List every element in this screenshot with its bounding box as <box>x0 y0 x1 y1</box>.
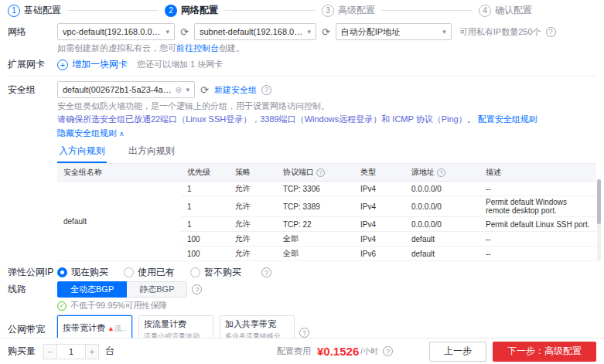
step-advanced-config[interactable]: 3 高级配置 <box>322 4 375 17</box>
configure-sg-rules-link[interactable]: 配置安全组规则 <box>478 114 537 124</box>
next-step-button[interactable]: 下一步：高级配置 <box>493 342 596 362</box>
network-note: 如需创建新的虚拟私有云，您可前往控制台创建。 <box>57 43 596 54</box>
cell-type: IPv4 <box>354 217 405 232</box>
security-group-select[interactable]: default(002672b1-5a23-4adb-a8ae-e3eb0630… <box>57 81 195 98</box>
cell-type: IPv4 <box>354 182 405 196</box>
plus-button[interactable]: + <box>85 344 99 359</box>
create-security-group-link[interactable]: 新建安全组 <box>214 84 257 96</box>
section-divider <box>8 76 596 77</box>
quantity-label: 购买量 <box>8 345 36 358</box>
chevron-up-icon[interactable]: ∧ <box>119 130 125 138</box>
fee-price-unit: /小时 <box>360 346 378 357</box>
network-note-post: 创建。 <box>219 43 244 53</box>
cell-priority: 1 <box>181 217 229 232</box>
bottom-bar: 购买量 − 1 + 台 配置费用 ¥0.1526 /小时 ? 上一步 下一步：高… <box>0 338 604 364</box>
step-label: 确认配置 <box>495 4 532 17</box>
radio-not-now[interactable]: 暂不购买 <box>190 266 241 279</box>
line-option-dynamic-bgp[interactable]: 全动态BGP <box>57 281 127 298</box>
cell-source-link[interactable]: default <box>405 232 479 247</box>
previous-step-button[interactable]: 上一步 <box>429 342 486 362</box>
table-scrollbar-thumb[interactable] <box>597 179 601 224</box>
add-nic-button[interactable]: + 增加一块网卡 <box>57 58 128 71</box>
cell-protocol: TCP: 3389 <box>277 196 354 217</box>
chevron-down-icon: ▾ <box>166 28 169 36</box>
sg-rules-table: 安全组名称 优先级 策略 协议端口? 类型 源地址? 描述 default 1 … <box>57 164 596 261</box>
help-icon[interactable]: ? <box>261 85 271 95</box>
quantity-value[interactable]: 1 <box>57 344 85 359</box>
tab-inbound-rules[interactable]: 入方向规则 <box>57 142 107 163</box>
col-protocol-port: 协议端口? <box>277 164 354 182</box>
cell-type: IPv4 <box>354 232 405 247</box>
refresh-subnet-icon[interactable]: ⟳ <box>322 26 330 38</box>
step-confirm-config[interactable]: 4 确认配置 <box>479 4 532 17</box>
card-by-traffic[interactable]: 按流量计费 流量小或流量波动较大场景 <box>138 315 213 338</box>
plus-circle-icon: + <box>57 60 68 70</box>
clear-icon[interactable]: ⊗ <box>175 85 182 95</box>
refresh-sg-icon[interactable]: ⟳ <box>200 84 209 96</box>
refresh-vpc-icon[interactable]: ⟳ <box>180 26 189 38</box>
card-subtitle: 流量较大或较稳定的场景 <box>114 324 127 334</box>
chevron-down-icon: ▾ <box>442 28 446 36</box>
cell-description: Permit default Linux SSH port. <box>479 217 596 232</box>
billing-cards: 按带宽计费 ▲ 流量较大或较稳定的场景 按流量计费 流量小或流量波动较大场景 加… <box>57 315 295 338</box>
eip-row: 弹性公网IP 现在购买 使用已有 暂不购买 ? <box>8 266 596 279</box>
step-number: 3 <box>322 5 334 17</box>
radio-use-existing[interactable]: 使用已有 <box>124 266 175 279</box>
line-option-static-bgp[interactable]: 静态BGP <box>126 281 187 298</box>
help-icon[interactable]: ? <box>192 284 202 294</box>
cell-description: -- <box>479 232 596 247</box>
table-header-row: 安全组名称 优先级 策略 协议端口? 类型 源地址? 描述 <box>57 164 596 182</box>
line-segment-group: 全动态BGP 静态BGP <box>57 281 187 298</box>
subnet-select[interactable]: subnet-default(192.168.0.0/24) ▾ <box>194 23 316 40</box>
line-sla-note: ✓ 不低于99.95%可用性保障 <box>57 300 596 311</box>
card-title: 加入共享带宽 <box>225 318 276 330</box>
cell-source: 0.0.0.0/0 <box>405 182 479 196</box>
vpc-select[interactable]: vpc-default(192.168.0.0/16) ▾ <box>57 23 175 40</box>
line-sla-text: 不低于99.95%可用性保障 <box>70 300 167 311</box>
help-icon[interactable]: ? <box>383 346 393 356</box>
help-icon[interactable]: ? <box>546 27 556 37</box>
col-priority: 优先级 <box>181 164 229 182</box>
ip-mode-select[interactable]: 自动分配IP地址 ▾ <box>336 23 452 40</box>
cell-policy: 允许 <box>229 247 277 261</box>
cell-protocol: 全部 <box>277 247 354 261</box>
add-nic-label: 增加一块网卡 <box>72 58 128 71</box>
help-icon[interactable]: ? <box>299 328 309 338</box>
cell-protocol: TCP: 3306 <box>277 182 354 196</box>
cell-priority: 100 <box>181 232 229 247</box>
step-label: 高级配置 <box>338 4 375 17</box>
security-group-value: default(002672b1-5a23-4adb-a8ae-e3eb0630… <box>63 85 172 94</box>
hide-sg-rules-link[interactable]: 隐藏安全组规则 <box>57 128 117 138</box>
nic-row: 扩展网卡 + 增加一块网卡 您还可以增加 1 块网卡 <box>8 58 596 71</box>
quantity-unit: 台 <box>105 345 114 358</box>
help-icon[interactable]: ? <box>316 168 325 177</box>
sg-port-warning: 请确保所选安全组已放通22端口（Linux SSH登录），3389端口（Wind… <box>57 114 596 125</box>
chevron-down-icon: ▾ <box>186 86 189 94</box>
card-title: 按流量计费 <box>144 318 186 330</box>
step-network-config[interactable]: 2 网络配置 <box>165 4 218 17</box>
bandwidth-billing-row: 公网带宽 按带宽计费 ▲ 流量较大或较稳定的场景 按流量计费 流量小或流量波动较… <box>8 315 596 338</box>
radio-label: 使用已有 <box>138 266 175 279</box>
eip-label: 弹性公网IP <box>8 266 57 279</box>
step-number: 1 <box>8 5 20 17</box>
col-type: 类型 <box>354 164 405 182</box>
card-subtitle: 流量小或流量波动较大场景 <box>144 332 208 338</box>
network-note-pre: 如需创建新的虚拟私有云，您可 <box>57 43 176 53</box>
card-by-bandwidth[interactable]: 按带宽计费 ▲ 流量较大或较稳定的场景 <box>57 315 132 338</box>
card-title: 按带宽计费 <box>63 322 105 334</box>
quantity-stepper: − 1 + <box>43 344 99 359</box>
cell-source-link[interactable]: default <box>405 247 479 261</box>
tab-outbound-rules[interactable]: 出方向规则 <box>127 142 176 163</box>
step-label: 网络配置 <box>181 4 218 17</box>
radio-buy-now[interactable]: 现在购买 <box>57 266 108 279</box>
help-icon[interactable]: ? <box>437 168 445 177</box>
help-icon[interactable]: ? <box>261 267 271 277</box>
minus-button[interactable]: − <box>43 344 57 359</box>
collapse-rules-row: 隐藏安全组规则 ∧ <box>57 128 596 139</box>
console-link[interactable]: 前往控制台 <box>176 43 219 53</box>
card-shared-bandwidth[interactable]: 加入共享带宽 多业务流量错峰分布场景 <box>220 315 295 338</box>
sg-port-warning-text: 请确保所选安全组已放通22端口（Linux SSH登录），3389端口（Wind… <box>57 114 476 124</box>
step-basic-config[interactable]: 1 基础配置 <box>8 4 61 17</box>
wizard-stepper: 1 基础配置 2 网络配置 3 高级配置 4 确认配置 <box>8 4 596 17</box>
step-number: 4 <box>479 5 491 17</box>
